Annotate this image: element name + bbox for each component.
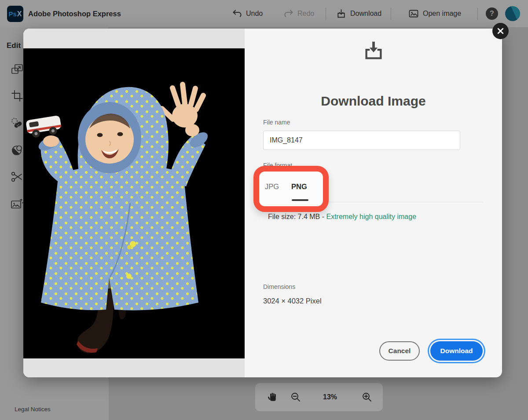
close-x-icon bbox=[497, 27, 504, 35]
file-size-prefix: File size: 7.4 MB - bbox=[268, 213, 326, 220]
file-size-text: File size: 7.4 MB - Extremely high quali… bbox=[268, 213, 416, 221]
close-modal-button[interactable] bbox=[492, 23, 509, 39]
download-tray-icon bbox=[362, 39, 385, 65]
cancel-button[interactable]: Cancel bbox=[379, 341, 420, 361]
download-confirm-button[interactable]: Download bbox=[430, 341, 483, 361]
photo-child-cutout bbox=[23, 48, 245, 358]
selected-format-underline bbox=[292, 199, 308, 201]
file-name-label: File name bbox=[263, 119, 290, 126]
dimensions-value: 3024 × 4032 Pixel bbox=[263, 297, 322, 305]
download-image-modal: Download Image File name File format JPG… bbox=[23, 29, 502, 377]
modal-title: Download Image bbox=[245, 94, 502, 109]
image-preview-pane bbox=[23, 29, 245, 377]
photoshop-express-app: PsX Adobe Photoshop Express Undo Redo bbox=[0, 0, 528, 420]
format-tab-jpg[interactable]: JPG bbox=[265, 183, 279, 191]
download-modal-panel: Download Image File name File format JPG… bbox=[245, 29, 502, 377]
dimensions-label: Dimensions bbox=[263, 283, 295, 290]
file-name-input[interactable] bbox=[263, 131, 460, 150]
quality-link[interactable]: Extremely high quality image bbox=[326, 213, 416, 220]
format-tab-png[interactable]: PNG bbox=[291, 183, 307, 191]
